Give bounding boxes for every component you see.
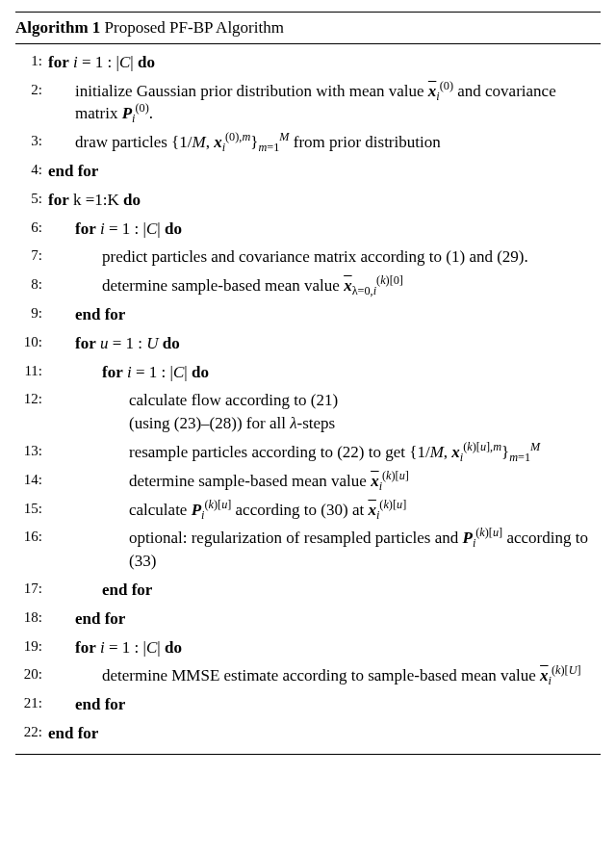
algorithm-line: 22:end for bbox=[15, 719, 601, 748]
line-number: 20: bbox=[15, 664, 48, 684]
line-content: end for bbox=[48, 579, 601, 602]
algorithm-line: 15:calculate Pi(k)[u] according to (30) … bbox=[15, 496, 601, 525]
algorithm-block: Algorithm 1 Proposed PF-BP Algorithm 1:f… bbox=[15, 12, 601, 755]
line-content: for u = 1 : U do bbox=[48, 332, 601, 355]
line-content: end for bbox=[48, 160, 601, 183]
algorithm-line: 9:end for bbox=[15, 300, 601, 329]
line-number: 4: bbox=[15, 160, 48, 180]
line-content: calculate flow according to (21)(using (… bbox=[48, 389, 601, 435]
line-content: resample particles according to (22) to … bbox=[48, 441, 601, 464]
line-number: 17: bbox=[15, 579, 48, 599]
line-number: 7: bbox=[15, 245, 48, 266]
line-number: 3: bbox=[15, 131, 48, 151]
algorithm-line: 20:determine MMSE estimate according to … bbox=[15, 661, 601, 690]
algorithm-line: 7:predict particles and covariance matri… bbox=[15, 243, 601, 271]
line-number: 21: bbox=[15, 693, 48, 713]
algorithm-line: 21:end for bbox=[15, 690, 601, 719]
algorithm-line: 13:resample particles according to (22) … bbox=[15, 438, 601, 467]
algorithm-line: 12:calculate flow according to (21)(usin… bbox=[15, 386, 601, 438]
line-content: end for bbox=[48, 607, 601, 631]
algorithm-line: 2:initialize Gaussian prior distribution… bbox=[15, 77, 601, 129]
line-number: 1: bbox=[15, 51, 48, 71]
algorithm-line: 19:for i = 1 : |C| do bbox=[15, 633, 601, 662]
algorithm-line: 14:determine sample-based mean value xi(… bbox=[15, 467, 601, 496]
algorithm-line: 17:end for bbox=[15, 576, 601, 605]
algorithm-title-row: Algorithm 1 Proposed PF-BP Algorithm bbox=[15, 14, 601, 44]
line-number: 14: bbox=[15, 470, 48, 490]
line-number: 12: bbox=[15, 389, 48, 409]
line-content: for k =1:K do bbox=[48, 189, 601, 212]
line-number: 18: bbox=[15, 607, 48, 628]
line-content: calculate Pi(k)[u] according to (30) at … bbox=[48, 499, 601, 522]
line-content: end for bbox=[48, 693, 601, 716]
algorithm-line: 11:for i = 1 : |C| do bbox=[15, 358, 601, 387]
line-content: for i = 1 : |C| do bbox=[48, 218, 601, 241]
line-number: 16: bbox=[15, 527, 48, 547]
algorithm-line: 8:determine sample-based mean value xλ=0… bbox=[15, 271, 601, 300]
line-number: 13: bbox=[15, 441, 48, 461]
line-content: determine MMSE estimate according to sam… bbox=[48, 664, 601, 687]
line-content: draw particles {1/M, xi(0),m}m=1M from p… bbox=[48, 131, 601, 154]
line-number: 19: bbox=[15, 636, 48, 657]
line-content: for i = 1 : |C| do bbox=[48, 51, 601, 74]
line-content: optional: regularization of resampled pa… bbox=[48, 527, 601, 573]
line-number: 11: bbox=[15, 361, 48, 381]
line-content: end for bbox=[48, 303, 601, 326]
algorithm-prefix: Algorithm bbox=[15, 18, 89, 37]
algorithm-line: 10:for u = 1 : U do bbox=[15, 329, 601, 358]
line-number: 15: bbox=[15, 499, 48, 519]
line-content: predict particles and covariance matrix … bbox=[48, 245, 601, 269]
line-content: initialize Gaussian prior distribution w… bbox=[48, 80, 601, 126]
algorithm-lines: 1:for i = 1 : |C| do2:initialize Gaussia… bbox=[15, 44, 601, 748]
line-number: 8: bbox=[15, 274, 48, 295]
algorithm-line: 1:for i = 1 : |C| do bbox=[15, 48, 601, 77]
line-content: for i = 1 : |C| do bbox=[48, 361, 601, 384]
line-content: for i = 1 : |C| do bbox=[48, 636, 601, 659]
line-number: 9: bbox=[15, 303, 48, 323]
line-content: determine sample-based mean value xλ=0,i… bbox=[48, 274, 601, 297]
line-number: 6: bbox=[15, 218, 48, 238]
algorithm-line: 4:end for bbox=[15, 157, 601, 186]
line-content: determine sample-based mean value xi(k)[… bbox=[48, 470, 601, 493]
line-number: 22: bbox=[15, 722, 48, 742]
algorithm-line: 16:optional: regularization of resampled… bbox=[15, 524, 601, 576]
algorithm-line: 6:for i = 1 : |C| do bbox=[15, 215, 601, 244]
line-number: 10: bbox=[15, 332, 48, 352]
algorithm-line: 3:draw particles {1/M, xi(0),m}m=1M from… bbox=[15, 128, 601, 157]
algorithm-line: 18:end for bbox=[15, 605, 601, 633]
line-content: end for bbox=[48, 722, 601, 745]
algorithm-line: 5:for k =1:K do bbox=[15, 186, 601, 215]
line-number: 5: bbox=[15, 189, 48, 209]
line-number: 2: bbox=[15, 80, 48, 100]
algorithm-number: 1 bbox=[92, 18, 101, 37]
algorithm-title: Proposed PF-BP Algorithm bbox=[105, 18, 284, 37]
